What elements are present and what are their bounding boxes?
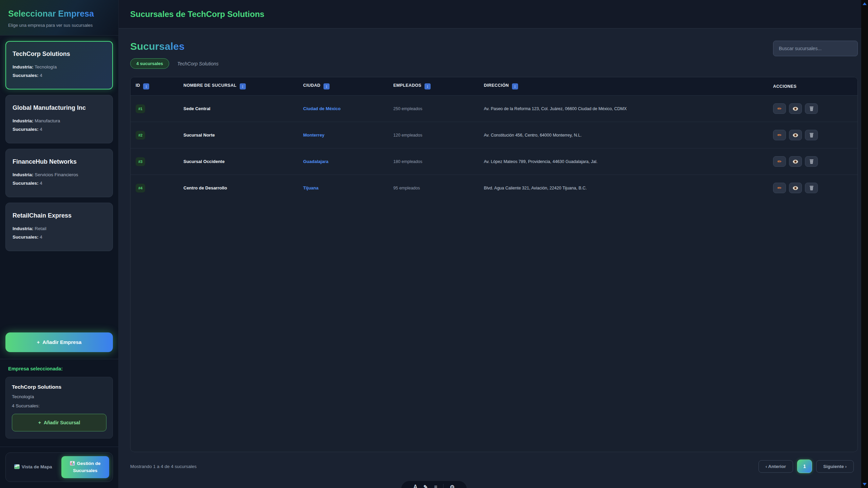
branch-employees: 180 empleados — [389, 148, 480, 175]
pen-icon[interactable]: ✎ — [423, 484, 428, 488]
map-view-button[interactable]: Vista de Mapa — [9, 456, 57, 478]
branch-employees: 95 empleados — [389, 175, 480, 201]
sort-icon[interactable]: ↕ — [512, 83, 518, 89]
sidebar-title: Seleccionar Empresa — [8, 9, 94, 19]
eye-icon — [793, 133, 798, 137]
column-header-actions: ACCIONES — [769, 77, 857, 96]
branch-name: Sede Central — [179, 96, 299, 122]
column-label: CIUDAD — [303, 83, 320, 88]
view-button[interactable] — [789, 156, 802, 167]
edit-button[interactable]: ✏ — [773, 183, 786, 193]
branches-label: Sucursales: — [13, 181, 39, 186]
company-branches: Sucursales: 4 — [13, 125, 106, 134]
branches-label: Sucursales: — [13, 235, 39, 240]
branch-management-button[interactable]: Gestión de Sucursales — [61, 456, 110, 478]
view-button[interactable] — [789, 103, 802, 114]
edit-button[interactable]: ✏ — [773, 156, 786, 167]
view-button[interactable] — [789, 183, 802, 193]
sort-icon[interactable]: ↕ — [240, 83, 246, 89]
column-header-city[interactable]: CIUDAD↕ — [299, 77, 389, 96]
branches-value: 4 — [40, 181, 42, 186]
column-label: DIRECCIÓN — [484, 83, 509, 88]
company-card-retailchain[interactable]: RetailChain Express Industria: Retail Su… — [5, 203, 113, 251]
branch-address: Av. Paseo de la Reforma 123, Col. Juárez… — [480, 96, 769, 122]
showing-text: Mostrando 1 a 4 de 4 sucursales — [130, 464, 197, 469]
branches-table-container: ID↕ NOMBRE DE SUCURSAL↕ CIUDAD↕ EMPLEADO… — [130, 77, 858, 452]
industry-value: Retail — [35, 226, 46, 231]
company-name: RetailChain Express — [13, 212, 106, 219]
gear-icon[interactable]: ⚙ — [450, 484, 454, 488]
current-page-button[interactable]: 1 — [797, 460, 812, 473]
next-page-button[interactable]: Siguiente › — [816, 460, 854, 473]
company-card-financehub[interactable]: FinanceHub Networks Industria: Servicios… — [5, 149, 113, 197]
pagination: ‹ Anterior 1 Siguiente › — [758, 460, 854, 473]
industry-label: Industria: — [13, 226, 34, 231]
delete-button[interactable] — [805, 183, 818, 193]
column-label: ACCIONES — [773, 84, 796, 89]
row-actions: ✏ — [773, 103, 853, 114]
branch-city-link[interactable]: Ciudad de México — [303, 106, 341, 111]
company-name: FinanceHub Networks — [13, 158, 106, 165]
edit-button[interactable]: ✏ — [773, 130, 786, 140]
selected-company-name: TechCorp Solutions — [12, 384, 106, 390]
search-input[interactable] — [773, 41, 858, 56]
branch-name: Sucursal Occidente — [179, 148, 299, 175]
branch-employees: 120 empleados — [389, 122, 480, 148]
delete-button[interactable] — [805, 156, 818, 167]
add-company-button[interactable]: +Añadir Empresa — [5, 332, 113, 352]
pencil-icon: ✏ — [777, 185, 782, 191]
scroll-down-icon[interactable] — [863, 483, 867, 486]
add-company-label: Añadir Empresa — [42, 339, 81, 345]
company-branches: Sucursales: 4 — [13, 233, 106, 242]
trash-icon — [809, 133, 814, 138]
view-button[interactable] — [789, 130, 802, 140]
column-header-id[interactable]: ID↕ — [131, 77, 179, 96]
branch-city-link[interactable]: Tijuana — [303, 185, 318, 190]
content-panel: Sucursales 4 sucursales TechCorp Solutio… — [119, 28, 868, 488]
sort-icon[interactable]: ↕ — [143, 83, 149, 89]
company-industry: Industria: Manufactura — [13, 117, 106, 125]
company-name: TechCorp Solutions — [13, 50, 106, 58]
main-header: Sucursales de TechCorp Solutions — [119, 0, 868, 28]
pencil-icon: ✏ — [777, 159, 782, 165]
view-toggle-wrap: Vista de Mapa Gestión de Sucursales — [0, 447, 118, 488]
sort-icon[interactable]: ↕ — [323, 83, 330, 89]
column-header-address[interactable]: DIRECCIÓN↕ — [480, 77, 769, 96]
sidebar: Seleccionar Empresa Elige una empresa pa… — [0, 0, 119, 488]
table-row: #3 Sucursal Occidente Guadalajara 180 em… — [131, 148, 857, 175]
sidebar-subtitle: Elige una empresa para ver sus sucursale… — [8, 23, 110, 28]
trash-icon — [809, 186, 814, 190]
branch-address: Blvd. Agua Caliente 321, Aviación, 22420… — [480, 175, 769, 201]
lines-icon[interactable]: ≡ — [434, 484, 437, 488]
delete-button[interactable] — [805, 130, 818, 140]
row-actions: ✏ — [773, 130, 853, 140]
edit-button[interactable]: ✏ — [773, 103, 786, 114]
add-branch-button[interactable]: +Añadir Sucursal — [12, 414, 106, 431]
branch-city-link[interactable]: Monterrey — [303, 133, 324, 138]
row-actions: ✏ — [773, 183, 853, 193]
table-row: #1 Sede Central Ciudad de México 250 emp… — [131, 96, 857, 122]
view-toggle: Vista de Mapa Gestión de Sucursales — [5, 452, 113, 482]
selected-company-heading: Empresa seleccionada: — [5, 366, 113, 371]
column-header-employees[interactable]: EMPLEADOS↕ — [389, 77, 480, 96]
row-id-badge: #4 — [136, 184, 145, 192]
sidebar-header: Seleccionar Empresa Elige una empresa pa… — [0, 0, 118, 36]
toolbar-divider — [443, 484, 443, 488]
branch-count-badge: 4 sucursales — [130, 58, 169, 69]
scrollbar[interactable] — [861, 0, 868, 488]
selected-company-industry: Tecnología — [12, 394, 106, 399]
previous-page-button[interactable]: ‹ Anterior — [758, 460, 793, 473]
delete-button[interactable] — [805, 103, 818, 114]
branch-management-label: Gestión de Sucursales — [73, 461, 100, 473]
font-icon[interactable]: A — [413, 484, 417, 488]
industry-label: Industria: — [13, 172, 34, 177]
bar-chart-icon — [70, 461, 75, 468]
branch-name: Sucursal Norte — [179, 122, 299, 148]
branch-city-link[interactable]: Guadalajara — [303, 159, 328, 164]
scroll-up-icon[interactable] — [863, 2, 867, 5]
column-header-name[interactable]: NOMBRE DE SUCURSAL↕ — [179, 77, 299, 96]
sort-icon[interactable]: ↕ — [425, 83, 431, 89]
company-card-global-manufacturing[interactable]: Global Manufacturing Inc Industria: Manu… — [5, 95, 113, 143]
branches-value: 4 — [40, 235, 42, 240]
company-card-techcorp[interactable]: TechCorp Solutions Industria: Tecnología… — [5, 41, 113, 89]
